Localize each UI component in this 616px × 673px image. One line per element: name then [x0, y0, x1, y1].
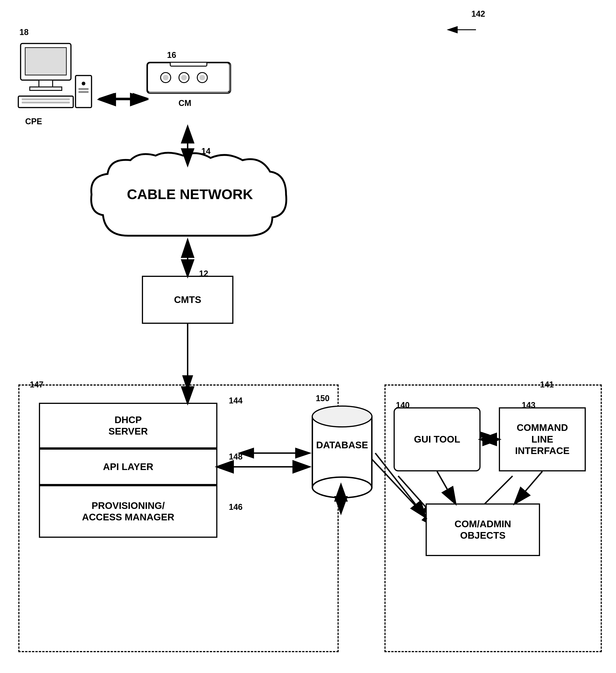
provisioning-label: PROVISIONING/ACCESS MANAGER — [82, 500, 174, 523]
dhcp-server-label: DHCPSERVER — [109, 414, 148, 437]
ref-146: 146 — [229, 502, 242, 512]
label-cpe: CPE — [25, 117, 42, 126]
svg-point-36 — [313, 477, 372, 498]
label-cm: CM — [179, 98, 191, 108]
ref142-arrow — [435, 14, 503, 37]
api-layer-box: API LAYER — [39, 449, 217, 485]
svg-rect-32 — [170, 63, 207, 66]
com-admin-label: COM/ADMINOBJECTS — [454, 518, 511, 541]
svg-rect-17 — [30, 87, 62, 90]
ref-144: 144 — [229, 396, 242, 406]
svg-rect-24 — [78, 91, 88, 93]
cm-device — [147, 62, 231, 94]
cpe-icon — [11, 39, 98, 112]
svg-point-37 — [313, 406, 372, 427]
svg-rect-15 — [25, 48, 66, 75]
svg-text:CABLE NETWORK: CABLE NETWORK — [127, 186, 253, 202]
ref-142: 142 — [471, 9, 485, 19]
diagram: 142 18 CPE 16 — [0, 0, 616, 673]
gui-tool-box: GUI TOOL — [394, 407, 480, 471]
com-admin-box: COM/ADMINOBJECTS — [426, 503, 540, 556]
provisioning-box: PROVISIONING/ACCESS MANAGER — [39, 485, 217, 538]
ref-147: 147 — [30, 380, 43, 390]
cmts-label: CMTS — [174, 294, 201, 305]
svg-rect-19 — [22, 98, 70, 100]
command-line-box: COMMANDLINEINTERFACE — [499, 407, 586, 471]
svg-rect-20 — [22, 101, 70, 103]
svg-point-22 — [82, 82, 85, 85]
svg-rect-23 — [78, 88, 88, 90]
svg-point-29 — [181, 75, 187, 80]
ref-150: 150 — [316, 394, 330, 403]
svg-point-27 — [163, 75, 168, 80]
cloud-cable-network: CABLE NETWORK — [87, 149, 293, 245]
cmts-box: CMTS — [142, 276, 233, 324]
api-layer-label: API LAYER — [103, 461, 153, 473]
ref-16: 16 — [167, 50, 176, 60]
gui-tool-label: GUI TOOL — [414, 434, 460, 445]
ref-141: 141 — [540, 380, 554, 390]
command-line-label: COMMANDLINEINTERFACE — [515, 422, 570, 457]
svg-point-31 — [200, 75, 205, 80]
ref-18: 18 — [19, 27, 29, 37]
database-label: DATABASE — [311, 439, 373, 451]
ref-148: 148 — [229, 452, 242, 462]
svg-rect-16 — [39, 80, 53, 87]
ref-14: 14 — [201, 147, 211, 156]
dhcp-server-box: DHCPSERVER — [39, 403, 217, 449]
